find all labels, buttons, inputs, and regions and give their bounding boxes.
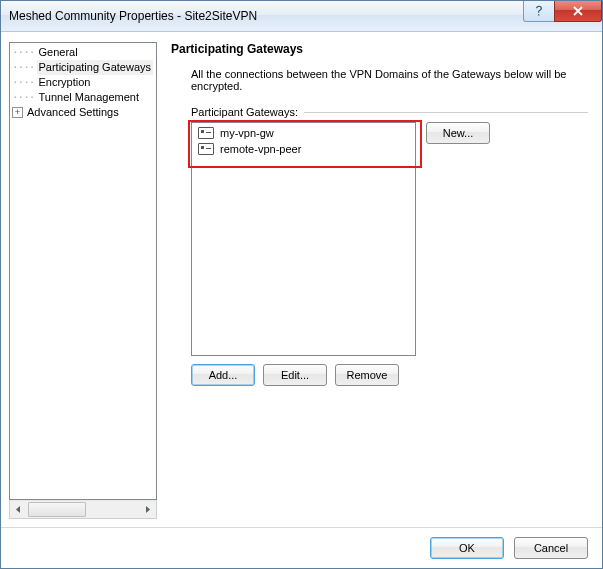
list-label: Participant Gateways: bbox=[191, 106, 298, 118]
gateway-list-area: my-vpn-gw remote-vpn-peer New... bbox=[191, 122, 588, 356]
help-button[interactable] bbox=[523, 1, 555, 22]
close-icon bbox=[572, 6, 584, 16]
scroll-left-arrow[interactable] bbox=[10, 502, 27, 517]
help-icon bbox=[534, 5, 544, 17]
add-button[interactable]: Add... bbox=[191, 364, 255, 386]
panel-description: All the connections between the VPN Doma… bbox=[191, 68, 588, 92]
separator-line bbox=[304, 112, 588, 113]
tree-item-encryption[interactable]: ···· Encryption bbox=[12, 75, 156, 90]
gateway-listbox[interactable]: my-vpn-gw remote-vpn-peer bbox=[191, 122, 416, 356]
nav-tree[interactable]: ···· General ···· Participating Gateways… bbox=[9, 42, 157, 500]
expand-icon[interactable]: + bbox=[12, 107, 23, 118]
tree-item-label: General bbox=[37, 45, 80, 60]
dialog-footer: OK Cancel bbox=[1, 527, 602, 568]
tree-item-advanced-settings[interactable]: + Advanced Settings bbox=[12, 105, 156, 120]
tree-item-label: Encryption bbox=[37, 75, 93, 90]
tree-item-label: Participating Gateways bbox=[37, 60, 154, 75]
title-bar: Meshed Community Properties - Site2SiteV… bbox=[1, 1, 602, 32]
tree-item-general[interactable]: ···· General bbox=[12, 45, 156, 60]
list-item-label: remote-vpn-peer bbox=[220, 143, 301, 155]
gateway-icon bbox=[198, 127, 214, 139]
content-panel: Participating Gateways All the connectio… bbox=[165, 42, 594, 519]
list-item[interactable]: remote-vpn-peer bbox=[194, 141, 413, 157]
gateway-icon bbox=[198, 143, 214, 155]
gateway-listbox-wrap: my-vpn-gw remote-vpn-peer bbox=[191, 122, 416, 356]
tree-item-tunnel-management[interactable]: ···· Tunnel Management bbox=[12, 90, 156, 105]
dialog-body: ···· General ···· Participating Gateways… bbox=[1, 32, 602, 527]
list-item-label: my-vpn-gw bbox=[220, 127, 274, 139]
list-button-row: Add... Edit... Remove bbox=[191, 364, 588, 386]
nav-tree-container: ···· General ···· Participating Gateways… bbox=[9, 42, 157, 519]
list-label-row: Participant Gateways: bbox=[191, 106, 588, 118]
ok-button[interactable]: OK bbox=[430, 537, 504, 559]
new-button[interactable]: New... bbox=[426, 122, 490, 144]
chevron-right-icon bbox=[144, 506, 151, 513]
tree-item-participating-gateways[interactable]: ···· Participating Gateways bbox=[12, 60, 156, 75]
dialog-window: Meshed Community Properties - Site2SiteV… bbox=[0, 0, 603, 569]
tree-item-label: Advanced Settings bbox=[25, 105, 121, 120]
list-item[interactable]: my-vpn-gw bbox=[194, 125, 413, 141]
scroll-right-arrow[interactable] bbox=[139, 502, 156, 517]
window-title: Meshed Community Properties - Site2SiteV… bbox=[9, 9, 257, 23]
close-button[interactable] bbox=[554, 1, 602, 22]
cancel-button[interactable]: Cancel bbox=[514, 537, 588, 559]
panel-heading: Participating Gateways bbox=[171, 42, 588, 56]
window-buttons bbox=[524, 1, 602, 22]
scroll-thumb[interactable] bbox=[28, 502, 86, 517]
chevron-left-icon bbox=[15, 506, 22, 513]
remove-button[interactable]: Remove bbox=[335, 364, 399, 386]
edit-button[interactable]: Edit... bbox=[263, 364, 327, 386]
tree-horizontal-scrollbar[interactable] bbox=[9, 500, 157, 519]
tree-item-label: Tunnel Management bbox=[37, 90, 142, 105]
